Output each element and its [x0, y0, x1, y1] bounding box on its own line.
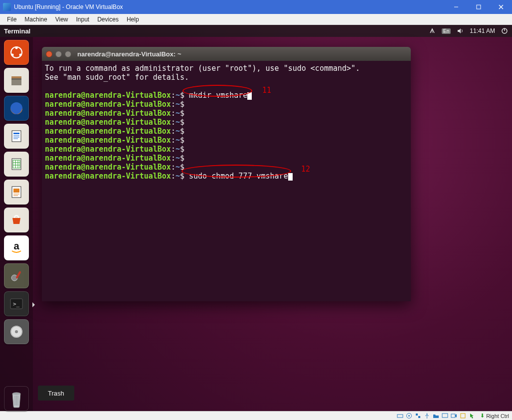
- launcher-firefox[interactable]: [4, 96, 29, 121]
- terminal-minimize-button[interactable]: [55, 51, 62, 57]
- svg-rect-30: [15, 271, 21, 279]
- virtualbox-icon: [3, 3, 11, 11]
- prompt-path: ~: [175, 91, 180, 100]
- terminal-titlebar[interactable]: narendra@narendra-VirtualBox: ~: [42, 47, 411, 61]
- session-indicator-icon[interactable]: [501, 27, 508, 34]
- virtualbox-titlebar: Ubuntu [Running] - Oracle VM VirtualBox: [0, 0, 512, 14]
- launcher-ubuntu-software[interactable]: [4, 208, 29, 232]
- terminal-intro-line2: See "man sudo_root" for details.: [45, 73, 189, 82]
- annotation-label-1: 11: [262, 86, 271, 95]
- menu-devices[interactable]: Devices: [93, 15, 123, 24]
- svg-point-7: [11, 54, 14, 56]
- status-shared-folders-icon[interactable]: [432, 413, 439, 420]
- terminal-title: narendra@narendra-VirtualBox: ~: [77, 50, 181, 58]
- cursor-icon: [247, 92, 252, 100]
- command-2: sudo chmod 777 vmshare: [189, 172, 288, 181]
- svg-text:a: a: [13, 240, 19, 251]
- status-mouse-integration-icon[interactable]: [468, 413, 475, 420]
- svg-rect-45: [442, 414, 448, 418]
- terminal-body[interactable]: To run a command as administrator (user …: [42, 61, 411, 237]
- launcher-terminal[interactable]: >_: [4, 291, 29, 316]
- ubuntu-desktop: Terminal En 11:41 AM: [0, 25, 512, 411]
- trash-tooltip-label: Trash: [48, 390, 64, 397]
- svg-rect-40: [397, 415, 403, 418]
- trash-tooltip: Trash: [38, 386, 74, 401]
- svg-rect-44: [418, 416, 420, 418]
- svg-rect-1: [477, 5, 481, 9]
- svg-rect-9: [11, 76, 21, 78]
- status-optical-icon[interactable]: [405, 413, 412, 420]
- terminal-maximize-button[interactable]: [65, 51, 71, 57]
- svg-rect-13: [12, 131, 21, 142]
- command-1: mkdir vmshare: [189, 91, 247, 100]
- minimize-button[interactable]: [445, 0, 467, 14]
- panel-app-name: Terminal: [4, 27, 30, 35]
- menu-view[interactable]: View: [51, 15, 72, 24]
- svg-point-36: [12, 393, 20, 395]
- status-guest-additions-icon[interactable]: [459, 413, 466, 420]
- terminal-window[interactable]: narendra@narendra-VirtualBox: ~ To run a…: [42, 47, 411, 301]
- terminal-intro-line1: To run a command as administrator (user …: [45, 64, 360, 73]
- launcher-active-indicator-icon: [32, 302, 35, 307]
- svg-point-42: [408, 415, 410, 417]
- clock[interactable]: 11:41 AM: [470, 27, 495, 34]
- virtualbox-menubar: File Machine View Input Devices Help: [0, 14, 512, 25]
- sound-indicator-icon[interactable]: [457, 27, 464, 34]
- svg-rect-46: [451, 414, 455, 418]
- svg-rect-14: [13, 133, 19, 134]
- svg-rect-11: [11, 78, 21, 80]
- svg-point-6: [15, 47, 18, 49]
- status-usb-icon[interactable]: [423, 413, 430, 420]
- svg-text:>_: >_: [13, 301, 20, 307]
- svg-point-8: [19, 54, 22, 56]
- menu-machine[interactable]: Machine: [20, 15, 51, 24]
- launcher-trash[interactable]: [4, 386, 29, 411]
- network-indicator-icon[interactable]: [429, 27, 436, 34]
- cursor-icon: [288, 173, 293, 181]
- status-hdd-icon[interactable]: [396, 413, 403, 420]
- menu-help[interactable]: Help: [123, 15, 143, 24]
- status-video-capture-icon[interactable]: [450, 413, 457, 420]
- menu-file[interactable]: File: [3, 15, 20, 24]
- launcher-system-settings[interactable]: [4, 263, 29, 288]
- svg-rect-25: [13, 189, 19, 193]
- svg-rect-47: [461, 414, 465, 418]
- launcher-libreoffice-writer[interactable]: [4, 124, 29, 149]
- status-display-icon[interactable]: [441, 413, 448, 420]
- svg-rect-43: [416, 414, 418, 416]
- unity-launcher: a >_: [0, 37, 33, 411]
- menu-input[interactable]: Input: [72, 15, 94, 24]
- launcher-disc[interactable]: [4, 319, 29, 344]
- status-network-icon[interactable]: [414, 413, 421, 420]
- close-button[interactable]: [490, 0, 512, 14]
- virtualbox-title: Ubuntu [Running] - Oracle VM VirtualBox: [14, 3, 445, 10]
- launcher-libreoffice-impress[interactable]: [4, 180, 29, 205]
- maximize-button[interactable]: [467, 0, 490, 14]
- annotation-label-2: 12: [301, 165, 310, 174]
- hostkey-label: Right Ctrl: [486, 413, 509, 419]
- terminal-close-button[interactable]: [46, 51, 52, 57]
- keyboard-indicator[interactable]: En: [442, 28, 451, 34]
- launcher-dash[interactable]: [4, 40, 29, 65]
- unity-top-panel: Terminal En 11:41 AM: [0, 25, 512, 37]
- status-hostkey[interactable]: ⬇Right Ctrl: [480, 413, 509, 419]
- svg-point-35: [15, 330, 18, 333]
- launcher-amazon[interactable]: a: [4, 235, 29, 260]
- prompt-user: narendra@narendra-VirtualBox: [45, 91, 171, 100]
- launcher-files[interactable]: [4, 68, 29, 93]
- launcher-libreoffice-calc[interactable]: [4, 152, 29, 177]
- hostkey-arrow-icon: ⬇: [480, 413, 485, 419]
- virtualbox-statusbar: ⬇Right Ctrl: [0, 411, 512, 420]
